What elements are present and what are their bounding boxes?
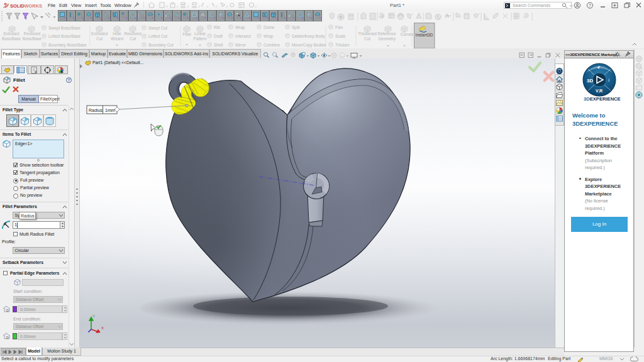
- svg-text:Wizard: Wizard: [111, 36, 124, 41]
- svg-text:Draft: Draft: [214, 34, 223, 38]
- svg-text:Lofted Boss/Base: Lofted Boss/Base: [48, 34, 80, 38]
- svg-text:Revolved: Revolved: [24, 31, 41, 36]
- svg-text:Delete/Keep Body: Delete/Keep Body: [292, 34, 325, 39]
- svg-text:V,R: V,R: [596, 89, 602, 93]
- svg-text:Geometry: Geometry: [378, 36, 396, 41]
- svg-text:Pattern: Pattern: [194, 36, 207, 41]
- svg-text:Intersect: Intersect: [235, 34, 251, 38]
- svg-text:Extruded: Extruded: [3, 31, 19, 36]
- svg-text:Fillet: Fillet: [182, 32, 191, 36]
- svg-text:Boss/Base: Boss/Base: [23, 36, 42, 41]
- svg-text:Shell: Shell: [214, 43, 223, 47]
- svg-text:Cut: Cut: [130, 36, 136, 41]
- svg-text:Split: Split: [292, 25, 300, 30]
- svg-text:Cut: Cut: [96, 36, 103, 41]
- svg-text:Linear: Linear: [194, 31, 206, 36]
- svg-text:Mirror: Mirror: [235, 43, 247, 47]
- svg-text:Thicken: Thicken: [335, 43, 350, 47]
- svg-text:Move/Copy Bodies: Move/Copy Bodies: [292, 43, 326, 48]
- svg-text:3D: 3D: [587, 78, 593, 84]
- svg-text:Reference: Reference: [377, 31, 396, 36]
- svg-text:D: D: [6, 309, 9, 312]
- svg-text:Cut: Cut: [364, 36, 370, 41]
- svg-text:Scale: Scale: [335, 34, 346, 38]
- svg-text:Y: Y: [92, 314, 95, 318]
- svg-text:Thickened: Thickened: [358, 31, 377, 36]
- svg-text:Boundary Cut: Boundary Cut: [148, 43, 174, 48]
- svg-text:Swept Cut: Swept Cut: [148, 26, 167, 31]
- svg-text:Rib: Rib: [214, 25, 220, 30]
- svg-text:Boss/Base: Boss/Base: [2, 36, 21, 41]
- svg-text:Wrap: Wrap: [264, 34, 274, 39]
- svg-text:Extruded: Extruded: [91, 31, 108, 36]
- svg-text:Curves: Curves: [401, 32, 414, 36]
- svg-text:Flex: Flex: [335, 25, 343, 30]
- svg-text:Combine: Combine: [264, 43, 280, 47]
- svg-text:D: D: [6, 336, 9, 339]
- svg-text:Instant3D: Instant3D: [416, 33, 433, 37]
- svg-text:Dome: Dome: [264, 25, 275, 30]
- svg-text:1mm: 1mm: [105, 108, 115, 112]
- svg-text:Swept Boss/Base: Swept Boss/Base: [48, 26, 80, 31]
- svg-text:X: X: [101, 326, 104, 330]
- svg-text:Hole: Hole: [113, 31, 121, 36]
- svg-text:Radius:: Radius:: [89, 108, 104, 112]
- svg-text:Lofted Cut: Lofted Cut: [148, 34, 167, 38]
- svg-text:i: i: [608, 77, 609, 83]
- svg-text:Wrap: Wrap: [235, 25, 245, 30]
- svg-text:Revolved: Revolved: [124, 31, 141, 36]
- svg-text:Boundary Boss/Base: Boundary Boss/Base: [48, 43, 87, 48]
